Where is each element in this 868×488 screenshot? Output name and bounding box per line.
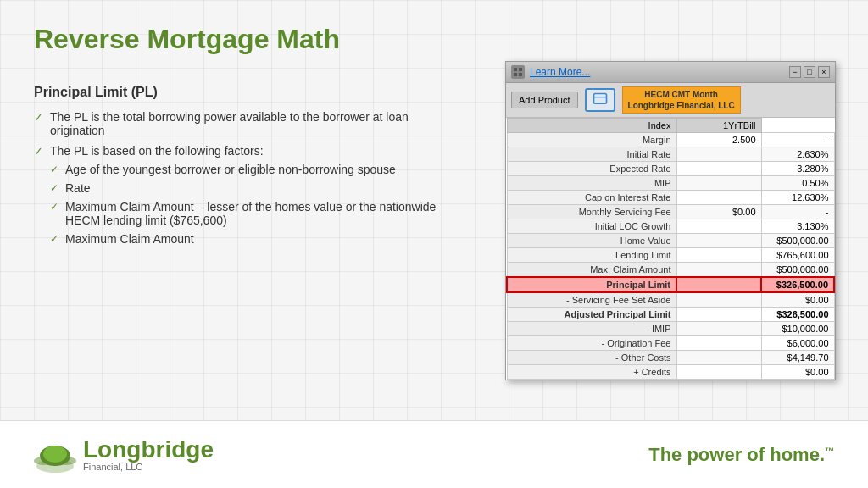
table-cell-value: $0.00 (761, 365, 834, 380)
table-cell-index (676, 234, 761, 248)
logo-area: Longbridge Financial, LLC (34, 434, 214, 476)
check-icon-1: ✓ (34, 111, 43, 124)
svg-rect-2 (514, 73, 517, 76)
table-row: - Servicing Fee Set Aside$0.00 (507, 292, 834, 308)
sub-check-2: ✓ (50, 182, 58, 194)
table-row: MIP0.50% (507, 176, 834, 191)
sub-text-3: Maximum Claim Amount – lesser of the hom… (65, 200, 449, 227)
hecm-line-2: Longbridge Financial, LLC (628, 100, 735, 111)
table-cell-label: - IMIP (507, 322, 676, 336)
table-row: Expected Rate3.280% (507, 162, 834, 176)
logo-icon (34, 434, 76, 476)
learn-more-link[interactable]: Learn More... (530, 66, 590, 78)
table-cell-label: Monthly Servicing Fee (507, 205, 676, 219)
table-cell-value: $765,600.00 (761, 248, 834, 263)
table-row: Max. Claim Amount$500,000.00 (507, 263, 834, 278)
add-product-button[interactable]: Add Product (511, 92, 578, 108)
sub-text-4: Maximum Claim Amount (65, 232, 194, 246)
table-cell-label: Adjusted Principal Limit (507, 308, 676, 322)
table-cell-value: $326,500.00 (761, 308, 834, 322)
table-cell-value: $6,000.00 (761, 336, 834, 351)
sub-text-2: Rate (65, 181, 91, 195)
table-cell-value: $500,000.00 (761, 234, 834, 248)
table-cell-index: 2.500 (676, 133, 761, 147)
close-button[interactable]: × (818, 66, 830, 78)
table-cell-label: Max. Claim Amount (507, 263, 676, 278)
data-table: Index 1YrTBill Margin2.500-Initial Rate2… (506, 118, 835, 380)
sub-check-4: ✓ (50, 233, 58, 245)
table-row: Cap on Interest Rate12.630% (507, 191, 834, 205)
hecm-line-1: HECM CMT Month (628, 89, 735, 100)
table-cell-label: Margin (507, 133, 676, 147)
bullet-text-2: The PL is based on the following factors… (50, 144, 264, 158)
svg-rect-4 (593, 94, 606, 104)
table-cell-index (676, 248, 761, 263)
logo-text: Longbridge Financial, LLC (83, 438, 214, 472)
table-cell-label: - Other Costs (507, 351, 676, 365)
bullet-item-2: ✓ The PL is based on the following facto… (34, 144, 449, 251)
window-title-left: Learn More... (511, 65, 590, 79)
bullet-item-1: ✓ The PL is the total borrowing power av… (34, 110, 449, 137)
table-cell-index (676, 263, 761, 278)
svg-point-10 (43, 446, 67, 463)
table-row: + Credits$0.00 (507, 365, 834, 380)
table-cell-value: $10,000.00 (761, 322, 834, 336)
table-cell-index (676, 162, 761, 176)
minimize-button[interactable]: − (789, 66, 801, 78)
table-cell-label: - Origination Fee (507, 336, 676, 351)
table-cell-value: - (761, 133, 834, 147)
col-header-value: 1YrTBill (676, 119, 761, 133)
sub-bullet-4: ✓ Maximum Claim Amount (50, 232, 449, 246)
table-row: Initial Rate2.630% (507, 147, 834, 162)
table-cell-label: MIP (507, 176, 676, 191)
table-row: Margin2.500- (507, 133, 834, 147)
tagline-tm: ™ (825, 445, 834, 455)
table-cell-label: Principal Limit (507, 277, 676, 292)
sub-bullet-3: ✓ Maximum Claim Amount – lesser of the h… (50, 200, 449, 227)
table-cell-index (676, 176, 761, 191)
table-header-row: Index 1YrTBill (507, 119, 834, 133)
bullet-text-1: The PL is the total borrowing power avai… (50, 110, 449, 137)
slide-content: Reverse Mortgage Math Principal Limit (P… (0, 0, 868, 488)
svg-rect-1 (519, 68, 522, 71)
section-heading: Principal Limit (PL) (34, 85, 449, 100)
table-cell-value: 0.50% (761, 176, 834, 191)
maximize-button[interactable]: □ (804, 66, 815, 78)
table-cell-label: Lending Limit (507, 248, 676, 263)
table-body: Margin2.500-Initial Rate2.630%Expected R… (507, 133, 834, 380)
window-toolbar: Add Product HECM CMT Month Longbridge Fi… (506, 83, 835, 118)
table-cell-index (676, 308, 761, 322)
logo-name: Longbridge (83, 438, 214, 462)
slide-title: Reverse Mortgage Math (34, 24, 340, 55)
tagline: The power of home.™ (648, 444, 834, 466)
table-cell-value: 12.630% (761, 191, 834, 205)
col-header-index: Index (507, 119, 676, 133)
table-row: Home Value$500,000.00 (507, 234, 834, 248)
table-row: Principal Limit$326,500.00 (507, 277, 834, 292)
table-cell-index (676, 219, 761, 234)
product-icon (585, 88, 615, 112)
table-cell-label: Home Value (507, 234, 676, 248)
table-row: Initial LOC Growth3.130% (507, 219, 834, 234)
software-window: Learn More... − □ × Add Product HECM CMT… (505, 61, 836, 380)
table-row: - Origination Fee$6,000.00 (507, 336, 834, 351)
table-row: Monthly Servicing Fee$0.00- (507, 205, 834, 219)
table-cell-label: Cap on Interest Rate (507, 191, 676, 205)
table-row: Adjusted Principal Limit$326,500.00 (507, 308, 834, 322)
window-app-icon (511, 65, 525, 79)
sub-check-3: ✓ (50, 201, 58, 213)
logo-sub: Financial, LLC (83, 462, 214, 472)
bottom-bar: Longbridge Financial, LLC The power of h… (0, 420, 868, 488)
window-controls: − □ × (789, 66, 830, 78)
table-cell-value: - (761, 205, 834, 219)
table-cell-label: - Servicing Fee Set Aside (507, 292, 676, 308)
table-cell-index (676, 365, 761, 380)
check-icon-2: ✓ (34, 145, 43, 158)
table-cell-index: $0.00 (676, 205, 761, 219)
table-cell-value: $0.00 (761, 292, 834, 308)
table-cell-value: $500,000.00 (761, 263, 834, 278)
table-cell-value: 3.280% (761, 162, 834, 176)
svg-rect-3 (519, 73, 522, 76)
table-cell-label: Initial LOC Growth (507, 219, 676, 234)
left-content-area: Principal Limit (PL) ✓ The PL is the tot… (34, 85, 449, 258)
